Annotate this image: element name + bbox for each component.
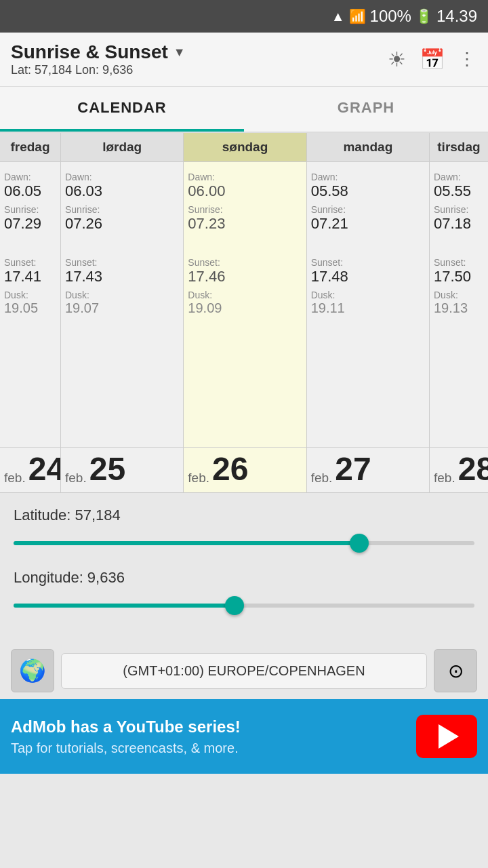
sunset-label-1: Sunset: xyxy=(65,257,179,268)
sunset-label-3: Sunset: xyxy=(311,257,425,268)
day-number-lordag: feb. 25 xyxy=(61,447,183,492)
longitude-slider-thumb[interactable] xyxy=(225,596,244,615)
day-header-fredag: fredag xyxy=(0,133,60,162)
day-number-tirsdag: feb. 28 xyxy=(430,447,488,492)
dawn-label-2: Dawn: xyxy=(188,172,302,182)
day-col-tirsdag: tirsdag Dawn: 05.55 Sunrise: 07.18 Sunse… xyxy=(430,133,488,492)
day-header-sondag: søndag xyxy=(184,133,306,162)
sunset-label-2: Sunset: xyxy=(188,257,302,268)
globe-button[interactable]: 🌍 xyxy=(11,649,54,692)
dawn-label-3: Dawn: xyxy=(311,172,425,182)
dusk-value-4: 19.13 xyxy=(434,300,484,316)
day-header-lordag: lørdag xyxy=(61,133,183,162)
sunset-value-0: 17.41 xyxy=(4,268,56,285)
battery-icon: 🔋 xyxy=(415,8,432,24)
sunrise-label-4: Sunrise: xyxy=(434,204,484,215)
sunrise-label-3: Sunrise: xyxy=(311,204,425,215)
day-col-fredag: fredag Dawn: 06.05 Sunrise: 07.29 Sunset… xyxy=(0,133,61,492)
sunset-label-4: Sunset: xyxy=(434,257,484,268)
longitude-slider-fill xyxy=(14,604,235,608)
bottom-bar: 🌍 (GMT+01:00) EUROPE/COPENHAGEN ⊙ xyxy=(0,642,488,699)
calendar-icon[interactable]: 📅 xyxy=(420,47,445,71)
day-col-mandag: mandag Dawn: 05.58 Sunrise: 07.21 Sunset… xyxy=(307,133,430,492)
dawn-label-4: Dawn: xyxy=(434,172,484,182)
sunrise-value-1: 07.26 xyxy=(65,215,179,233)
location-button[interactable]: ⊙ xyxy=(434,649,477,692)
play-icon xyxy=(439,724,459,749)
sunrise-value-0: 07.29 xyxy=(4,215,56,233)
latitude-slider-thumb[interactable] xyxy=(350,534,369,553)
wifi-icon: ▲ xyxy=(331,9,345,24)
app-header: Sunrise & Sunset ▼ Lat: 57,184 Lon: 9,63… xyxy=(0,33,488,87)
latitude-slider-track xyxy=(14,541,474,545)
day-body-mandag: Dawn: 05.58 Sunrise: 07.21 Sunset: 17.48… xyxy=(307,162,429,447)
sunrise-value-3: 07.21 xyxy=(311,215,425,233)
header-actions: ☀ 📅 ⋮ xyxy=(388,47,477,71)
day-body-sondag: Dawn: 06.00 Sunrise: 07.23 Sunset: 17.46… xyxy=(184,162,306,447)
sunrise-value-4: 07.18 xyxy=(434,215,484,233)
dusk-value-0: 19.05 xyxy=(4,300,56,316)
signal-icon: 📶 xyxy=(349,8,366,24)
tab-graph[interactable]: GRAPH xyxy=(244,87,488,132)
dusk-label-2: Dusk: xyxy=(188,290,302,300)
day-number-mandag: feb. 27 xyxy=(307,447,429,492)
day-col-lordag: lørdag Dawn: 06.03 Sunrise: 07.26 Sunset… xyxy=(61,133,184,492)
sunrise-label-0: Sunrise: xyxy=(4,204,56,215)
day-header-tirsdag: tirsdag xyxy=(430,133,488,162)
longitude-label: Longitude: 9,636 xyxy=(14,569,474,587)
latitude-label: Latitude: 57,184 xyxy=(14,507,474,524)
ad-line2: Tap for tutorials, screencasts, & more. xyxy=(11,741,416,756)
youtube-button[interactable] xyxy=(416,715,477,758)
latitude-slider-fill xyxy=(14,541,359,545)
dawn-value-4: 05.55 xyxy=(434,182,484,200)
day-body-tirsdag: Dawn: 05.55 Sunrise: 07.18 Sunset: 17.50… xyxy=(430,162,488,447)
header-left: Sunrise & Sunset ▼ Lat: 57,184 Lon: 9,63… xyxy=(11,41,186,77)
dusk-label-1: Dusk: xyxy=(65,290,179,300)
ad-line1: AdMob has a YouTube series! xyxy=(11,717,416,736)
sunset-value-1: 17.43 xyxy=(65,268,179,285)
battery-percent: 100% xyxy=(370,7,411,26)
dawn-label-0: Dawn: xyxy=(4,172,56,182)
dusk-value-2: 19.09 xyxy=(188,300,302,316)
dusk-value-3: 19.11 xyxy=(311,300,425,316)
day-number-sondag: feb. 26 xyxy=(184,447,306,492)
dawn-value-2: 06.00 xyxy=(188,182,302,200)
calendar-grid: fredag Dawn: 06.05 Sunrise: 07.29 Sunset… xyxy=(0,133,488,493)
sun-settings-icon[interactable]: ☀ xyxy=(388,47,406,71)
location-icon: ⊙ xyxy=(448,660,464,682)
sunrise-value-2: 07.23 xyxy=(188,215,302,233)
dawn-value-3: 05.58 xyxy=(311,182,425,200)
day-col-sondag: søndag Dawn: 06.00 Sunrise: 07.23 Sunset… xyxy=(184,133,306,492)
sunset-value-2: 17.46 xyxy=(188,268,302,285)
sunset-value-3: 17.48 xyxy=(311,268,425,285)
title-block: Sunrise & Sunset ▼ Lat: 57,184 Lon: 9,63… xyxy=(11,41,186,77)
status-icons: ▲ 📶 100% 🔋 14.39 xyxy=(331,7,477,26)
dawn-value-1: 06.03 xyxy=(65,182,179,200)
dawn-value-0: 06.05 xyxy=(4,182,56,200)
dusk-label-0: Dusk: xyxy=(4,290,56,300)
dusk-label-4: Dusk: xyxy=(434,290,484,300)
day-number-fredag: feb. 24 xyxy=(0,447,60,492)
longitude-slider-container xyxy=(14,593,474,618)
more-options-icon[interactable]: ⋮ xyxy=(458,49,477,70)
globe-icon: 🌍 xyxy=(19,658,46,684)
dawn-label-1: Dawn: xyxy=(65,172,179,182)
sunrise-label-1: Sunrise: xyxy=(65,204,179,215)
app-title: Sunrise & Sunset xyxy=(11,41,168,63)
day-body-lordag: Dawn: 06.03 Sunrise: 07.26 Sunset: 17.43… xyxy=(61,162,183,447)
sunrise-label-2: Sunrise: xyxy=(188,204,302,215)
timezone-button[interactable]: (GMT+01:00) EUROPE/COPENHAGEN xyxy=(61,653,427,689)
ad-banner[interactable]: AdMob has a YouTube series! Tap for tuto… xyxy=(0,699,488,774)
day-header-mandag: mandag xyxy=(307,133,429,162)
time-display: 14.39 xyxy=(436,7,477,26)
bottom-section: Latitude: 57,184 Longitude: 9,636 xyxy=(0,493,488,642)
day-body-fredag: Dawn: 06.05 Sunrise: 07.29 Sunset: 17.41… xyxy=(0,162,60,447)
ad-text: AdMob has a YouTube series! Tap for tuto… xyxy=(11,717,416,756)
dusk-label-3: Dusk: xyxy=(311,290,425,300)
tab-calendar[interactable]: CALENDAR xyxy=(0,87,244,132)
sunset-value-4: 17.50 xyxy=(434,268,484,285)
latitude-slider-container xyxy=(14,531,474,555)
tabs-container: CALENDAR GRAPH xyxy=(0,87,488,133)
dusk-value-1: 19.07 xyxy=(65,300,179,316)
dropdown-arrow[interactable]: ▼ xyxy=(174,45,186,60)
